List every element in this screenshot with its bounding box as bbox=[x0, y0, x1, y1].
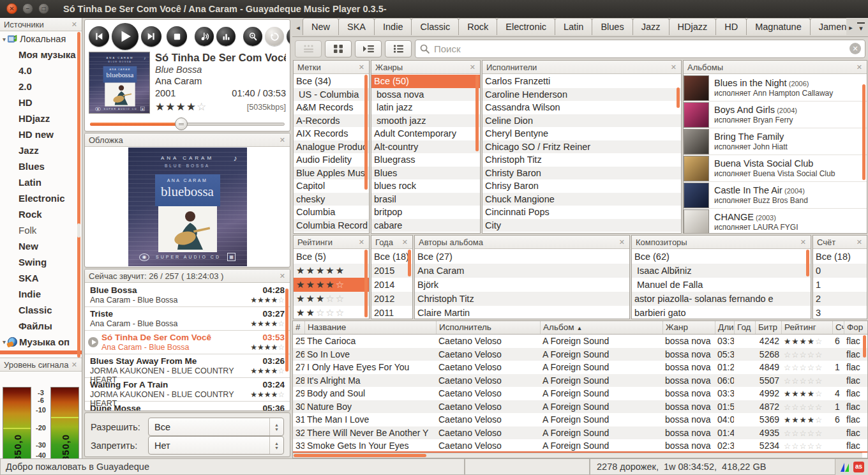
filter-item[interactable]: A-Records bbox=[294, 114, 369, 128]
signal-meter-icon[interactable] bbox=[839, 462, 851, 473]
filter-item[interactable]: 2015 bbox=[371, 264, 412, 278]
filter-item[interactable]: Columbia bbox=[294, 206, 369, 219]
filter-item[interactable]: astor piazolla- solanas fernando e bbox=[632, 292, 811, 306]
albums-scrollbar[interactable] bbox=[862, 75, 866, 232]
seek-handle[interactable] bbox=[175, 117, 188, 130]
filter-item[interactable]: britpop bbox=[371, 206, 480, 219]
chevron-down-icon[interactable]: ▾ bbox=[3, 338, 6, 345]
sidebar-item[interactable]: HD new bbox=[0, 126, 82, 142]
filter-item[interactable]: Все (34) bbox=[294, 75, 369, 88]
close-icon[interactable]: ✕ bbox=[71, 20, 78, 29]
filter-item[interactable]: Cheryl Bentyne bbox=[483, 127, 681, 140]
stop-button[interactable] bbox=[167, 26, 187, 47]
sidebar-item[interactable]: Jazz bbox=[0, 142, 82, 158]
filter-item[interactable]: 0 bbox=[813, 264, 867, 278]
table-row[interactable]: 30Nature BoyCaetano VelosoA Foreign Soun… bbox=[293, 400, 867, 414]
genres-scrollbar[interactable] bbox=[475, 75, 479, 232]
filter-item[interactable]: A&M Records bbox=[294, 101, 369, 114]
now-playing-track[interactable]: Waiting For A Train03:24JORMA KAUKONEN -… bbox=[85, 378, 290, 402]
close-icon[interactable]: ✕ bbox=[469, 63, 476, 72]
table-row[interactable]: 28It's Alright MaCaetano VelosoA Foreign… bbox=[293, 374, 867, 388]
filter-item[interactable]: 2014 bbox=[371, 278, 412, 292]
now-playing-track[interactable]: Blues Stay Away From Me03:26JORMA KAUKON… bbox=[85, 354, 290, 378]
sidebar-item[interactable]: SKA bbox=[0, 270, 82, 286]
sidebar-item[interactable]: Folk bbox=[0, 222, 82, 238]
album-item[interactable]: Boys And Girls (2004)исполняет Bryan Fer… bbox=[684, 102, 867, 128]
filter-item[interactable]: 2012 bbox=[371, 292, 412, 306]
now-playing-scrollbar[interactable] bbox=[285, 283, 289, 410]
tab-hd[interactable]: HD bbox=[715, 18, 747, 35]
tab-electronic[interactable]: Electronic bbox=[497, 18, 555, 35]
ratings-scrollbar[interactable] bbox=[364, 250, 368, 318]
filter-item[interactable]: Chuck Mangione bbox=[483, 193, 681, 206]
filter-item[interactable]: Christoph Titz bbox=[415, 292, 629, 306]
close-icon[interactable]: ✕ bbox=[279, 136, 286, 144]
play-button[interactable] bbox=[112, 23, 138, 50]
scrollbar-thumb[interactable] bbox=[408, 250, 411, 276]
filter-item[interactable]: Adult Contemporary bbox=[371, 127, 480, 140]
column-header-Счё[interactable]: Счё bbox=[832, 321, 844, 334]
window-close-button[interactable]: ✕ bbox=[6, 3, 17, 14]
tab-classic[interactable]: Classic bbox=[411, 18, 459, 35]
column-header-Год[interactable]: Год bbox=[734, 321, 755, 334]
window-maximize-button[interactable]: □ bbox=[38, 3, 49, 14]
scrollbar-thumb[interactable] bbox=[77, 32, 80, 358]
scrollbar-thumb[interactable] bbox=[677, 87, 680, 108]
tab-jazz[interactable]: Jazz bbox=[632, 18, 670, 35]
rating-stars[interactable]: ★★★★☆ bbox=[250, 296, 285, 305]
table-row[interactable]: 27I Only Have Eyes For YouCaetano Veloso… bbox=[293, 361, 867, 374]
filter-item[interactable]: City bbox=[483, 219, 681, 232]
filter-item[interactable]: blues rock bbox=[371, 179, 480, 193]
filter-item[interactable]: brasil bbox=[371, 193, 480, 206]
view-grid-button[interactable] bbox=[325, 40, 352, 57]
filter-item[interactable]: Alt-country bbox=[371, 140, 480, 154]
window-minimize-button[interactable]: − bbox=[22, 3, 33, 14]
close-icon[interactable]: ✕ bbox=[358, 238, 365, 246]
next-track-button[interactable] bbox=[141, 26, 161, 47]
album-item[interactable]: Blues in the Night (2006)исполняет Ann H… bbox=[684, 75, 867, 102]
sidebar-item[interactable]: Electronic bbox=[0, 190, 82, 206]
scrollbar-thumb[interactable] bbox=[285, 289, 288, 372]
filter-item[interactable]: ★★☆☆☆ bbox=[294, 306, 369, 319]
album-item[interactable]: CHANGE (2003)исполняет LAURA FYGI bbox=[684, 209, 867, 233]
allow-filter-select[interactable]: Все ▲▼ bbox=[148, 418, 284, 436]
tab-latin[interactable]: Latin bbox=[555, 18, 592, 35]
scrollbar-thumb[interactable] bbox=[294, 454, 426, 457]
filter-item[interactable]: Audio Fidelity bbox=[294, 153, 369, 167]
sidebar-item[interactable]: Swing bbox=[0, 254, 82, 270]
chevron-down-icon[interactable]: ▾ bbox=[3, 36, 6, 43]
tab-new[interactable]: New bbox=[303, 18, 339, 35]
scrollbar-grip[interactable] bbox=[77, 223, 80, 238]
filter-item[interactable]: Все (5) bbox=[294, 250, 369, 264]
sidebar-item[interactable]: Latin bbox=[0, 174, 82, 190]
composers-scrollbar[interactable] bbox=[805, 250, 810, 318]
sidebar-item[interactable]: 4.0 bbox=[0, 63, 82, 79]
filter-item[interactable]: Ana Caram bbox=[415, 264, 629, 278]
previous-track-button[interactable] bbox=[89, 26, 109, 47]
filter-item[interactable]: Cassandra Wilson bbox=[483, 101, 681, 114]
filter-item[interactable]: 2 bbox=[813, 292, 867, 306]
close-icon[interactable]: ✕ bbox=[279, 272, 286, 280]
filter-item[interactable]: AIX Records bbox=[294, 127, 369, 140]
now-playing-track[interactable]: Triste03:27Ana Caram - Blue Bossa★★★★☆ bbox=[85, 307, 290, 331]
filter-item[interactable]: ★★★☆☆ bbox=[294, 292, 369, 306]
tab-rock[interactable]: Rock bbox=[458, 18, 497, 35]
scrollbar-thumb[interactable] bbox=[364, 250, 368, 317]
close-icon[interactable]: ✕ bbox=[401, 238, 408, 246]
now-playing-track[interactable]: Só Tinha De Ser Com Você03:53Ana Caram -… bbox=[85, 331, 290, 354]
column-header-Фор[interactable]: Фор bbox=[844, 321, 867, 334]
scrollbar-thumb[interactable] bbox=[364, 75, 368, 190]
now-playing-track[interactable]: Dune Mosse05:36☆☆☆☆☆ bbox=[85, 402, 290, 411]
filter-item[interactable]: 1 bbox=[813, 278, 867, 292]
volume-button[interactable] bbox=[195, 27, 214, 46]
filter-item[interactable]: 3 bbox=[813, 306, 867, 319]
sidebar-item[interactable]: Файлы bbox=[0, 318, 82, 334]
filter-item[interactable]: 2011 bbox=[371, 306, 412, 319]
sidebar-item[interactable]: HDjazz bbox=[0, 110, 82, 126]
table-row[interactable]: 32There Will Never Be Another YCaetano V… bbox=[293, 426, 867, 440]
scrollbar-thumb[interactable] bbox=[863, 335, 866, 358]
view-details-button[interactable] bbox=[385, 40, 412, 57]
spinner-arrows-icon[interactable]: ▲▼ bbox=[269, 418, 283, 435]
close-icon[interactable]: ✕ bbox=[618, 238, 625, 246]
close-icon[interactable]: ✕ bbox=[856, 238, 863, 246]
